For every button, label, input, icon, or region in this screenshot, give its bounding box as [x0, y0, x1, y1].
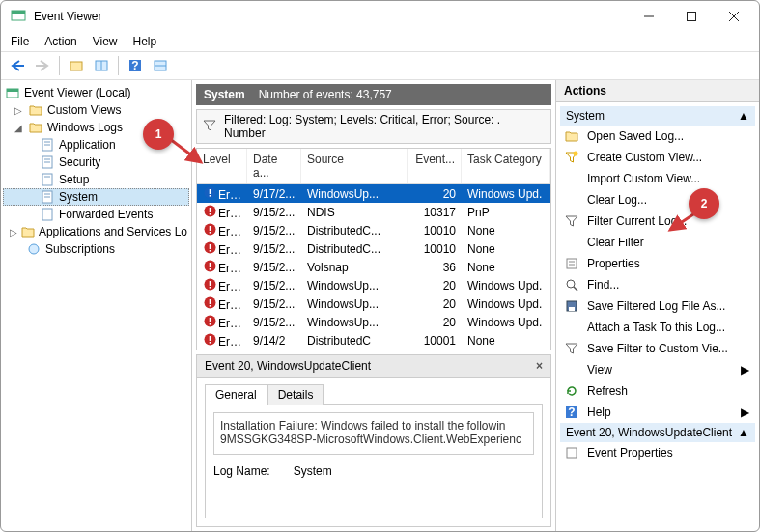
submenu-arrow-icon: ▶ [741, 406, 749, 419]
svg-rect-41 [209, 250, 211, 252]
tree-forwarded[interactable]: Forwarded Events [3, 206, 189, 223]
col-event[interactable]: Event... [408, 149, 462, 183]
svg-text:?: ? [568, 406, 575, 419]
tree-system[interactable]: System [3, 188, 189, 206]
action-view-submenu[interactable]: View▶ [560, 359, 755, 380]
svg-point-29 [29, 244, 39, 254]
properties-icon [564, 445, 579, 461]
maximize-button[interactable] [670, 2, 713, 31]
event-row[interactable]: Error 9/15/2... WindowsUp... 20 Windows … [197, 313, 550, 331]
menu-bar: File Action View Help [1, 32, 759, 51]
detail-close-icon[interactable]: × [536, 359, 543, 373]
action-attach-task[interactable]: Attach a Task To this Log... [560, 317, 755, 338]
event-row[interactable]: Error 9/15/2... DistributedC... 10010 No… [197, 239, 550, 258]
toolbar-btn-2[interactable] [91, 55, 112, 76]
logname-label: Log Name: [213, 464, 270, 478]
action-save-filter-view[interactable]: Save Filter to Custom Vie... [560, 338, 755, 359]
save-filter-icon [564, 341, 579, 356]
action-event-properties[interactable]: Event Properties [560, 442, 755, 463]
minimize-button[interactable] [628, 2, 670, 31]
filter-icon [203, 119, 216, 135]
event-viewer-icon [5, 85, 20, 100]
action-import-custom-view[interactable]: Import Custom View... [560, 168, 755, 189]
event-count: Number of events: 43,757 [259, 88, 392, 101]
center-header: System Number of events: 43,757 [196, 84, 551, 105]
close-button[interactable] [713, 2, 755, 31]
action-save-filtered[interactable]: Save Filtered Log File As... [560, 295, 755, 317]
log-name: System [204, 88, 245, 101]
svg-rect-44 [209, 268, 211, 270]
svg-rect-32 [209, 195, 211, 197]
svg-rect-40 [209, 244, 211, 249]
toolbar-help-button[interactable]: ? [125, 55, 146, 76]
toolbar: ? [1, 51, 759, 80]
collapse-icon[interactable]: ▲ [738, 426, 749, 439]
event-row[interactable]: Error 9/15/2... NDIS 10317 PnP [197, 203, 550, 221]
toolbar-btn-4[interactable] [150, 55, 171, 76]
expand-icon[interactable]: ▷ [10, 227, 17, 238]
col-task[interactable]: Task Category [462, 149, 550, 183]
help-icon: ? [564, 405, 579, 420]
submenu-arrow-icon: ▶ [741, 363, 749, 377]
properties-icon [564, 256, 579, 271]
collapse-icon[interactable]: ▲ [738, 109, 749, 123]
svg-rect-43 [209, 263, 211, 267]
action-clear-filter[interactable]: Clear Filter [560, 232, 755, 253]
window-title: Event Viewer [34, 10, 628, 23]
action-create-custom-view[interactable]: Create Custom View... [560, 147, 755, 168]
svg-rect-3 [688, 13, 696, 21]
action-open-saved-log[interactable]: Open Saved Log... [560, 126, 755, 147]
actions-section-system[interactable]: System▲ [560, 106, 755, 126]
svg-rect-56 [209, 342, 211, 344]
svg-text:?: ? [131, 59, 138, 72]
collapse-icon[interactable]: ◢ [13, 123, 24, 133]
menu-file[interactable]: File [11, 35, 29, 48]
svg-rect-31 [209, 189, 211, 194]
tab-details[interactable]: Details [267, 384, 324, 405]
tree-subscriptions[interactable]: Subscriptions [3, 240, 189, 258]
tree-root[interactable]: Event Viewer (Local) [3, 84, 189, 101]
actions-section-event[interactable]: Event 20, WindowsUpdateClient▲ [560, 423, 755, 442]
tree-security[interactable]: Security [3, 154, 189, 171]
expand-icon[interactable]: ▷ [13, 105, 24, 116]
col-source[interactable]: Source [301, 149, 408, 183]
menu-help[interactable]: Help [133, 35, 157, 48]
col-date[interactable]: Date a... [247, 149, 301, 183]
tree-apps-services[interactable]: ▷Applications and Services Lo [3, 223, 189, 240]
menu-action[interactable]: Action [44, 35, 76, 48]
actions-header: Actions [556, 80, 759, 102]
event-row[interactable]: Error 9/15/2... WindowsUp... 20 Windows … [197, 276, 550, 294]
action-properties[interactable]: Properties [560, 253, 755, 274]
event-row[interactable]: Error 9/15/2... WindowsUp... 20 Windows … [197, 294, 550, 313]
event-row[interactable]: Error 9/15/2... DistributedC... 10010 No… [197, 221, 550, 239]
folder-icon [21, 224, 35, 239]
action-find[interactable]: Find... [560, 274, 755, 295]
svg-rect-16 [7, 89, 18, 92]
action-refresh[interactable]: Refresh [560, 380, 755, 402]
toolbar-btn-1[interactable] [66, 55, 87, 76]
svg-rect-52 [209, 318, 211, 322]
event-row[interactable]: Error 9/17/2... WindowsUp... 20 Windows … [197, 184, 550, 203]
svg-rect-64 [569, 307, 575, 311]
svg-rect-55 [209, 336, 211, 341]
svg-point-57 [574, 152, 578, 156]
tree-setup[interactable]: Setup [3, 171, 189, 188]
create-view-icon [564, 150, 579, 165]
tab-general[interactable]: General [205, 384, 267, 405]
svg-rect-1 [12, 11, 25, 14]
menu-view[interactable]: View [93, 35, 118, 48]
callout-1: 1 [143, 119, 174, 150]
event-grid: Level Date a... Source Event... Task Cat… [196, 148, 551, 350]
tree-custom-views[interactable]: ▷Custom Views [3, 101, 189, 119]
back-button[interactable] [7, 55, 28, 76]
action-help-submenu[interactable]: ?Help▶ [560, 402, 755, 423]
detail-title: Event 20, WindowsUpdateClient [205, 359, 371, 373]
svg-rect-46 [209, 281, 211, 286]
forward-button[interactable] [32, 55, 53, 76]
action-filter-log[interactable]: Filter Current Log... [560, 210, 755, 232]
svg-rect-67 [567, 448, 577, 458]
filter-summary: Filtered: Log: System; Levels: Critical,… [196, 109, 551, 144]
event-row[interactable]: Error 9/15/2... Volsnap 36 None [197, 258, 550, 276]
action-clear-log[interactable]: Clear Log... [560, 189, 755, 210]
event-row[interactable]: Error 9/14/2 DistributedC 10001 None [197, 331, 550, 350]
